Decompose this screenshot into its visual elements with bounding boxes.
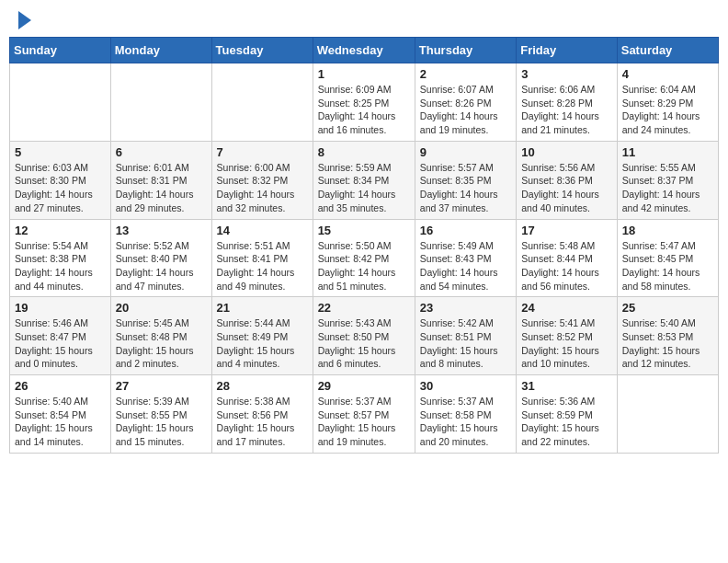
calendar-cell: [10, 63, 111, 142]
day-info: Sunrise: 5:38 AM Sunset: 8:56 PM Dayligh…: [217, 395, 308, 449]
calendar-day-header: Saturday: [617, 38, 718, 63]
day-info: Sunrise: 5:43 AM Sunset: 8:50 PM Dayligh…: [318, 316, 410, 371]
calendar-cell: 16Sunrise: 5:49 AM Sunset: 8:43 PM Dayli…: [415, 219, 516, 297]
calendar-cell: 9Sunrise: 5:57 AM Sunset: 8:35 PM Daylig…: [415, 141, 516, 219]
day-info: Sunrise: 5:37 AM Sunset: 8:58 PM Dayligh…: [420, 395, 511, 449]
day-info: Sunrise: 6:09 AM Sunset: 8:25 PM Dayligh…: [318, 83, 410, 137]
calendar-cell: 6Sunrise: 6:01 AM Sunset: 8:31 PM Daylig…: [110, 141, 211, 219]
calendar-cell: 8Sunrise: 5:59 AM Sunset: 8:34 PM Daylig…: [313, 141, 415, 219]
day-info: Sunrise: 5:49 AM Sunset: 8:43 PM Dayligh…: [420, 239, 511, 293]
calendar-week-row: 1Sunrise: 6:09 AM Sunset: 8:25 PM Daylig…: [10, 63, 719, 142]
day-number: 27: [116, 379, 207, 393]
calendar-table: SundayMondayTuesdayWednesdayThursdayFrid…: [9, 37, 719, 454]
calendar-cell: 25Sunrise: 5:40 AM Sunset: 8:53 PM Dayli…: [617, 297, 718, 375]
calendar-day-header: Monday: [110, 38, 211, 63]
calendar-cell: 2Sunrise: 6:07 AM Sunset: 8:26 PM Daylig…: [415, 63, 516, 142]
calendar-cell: [617, 375, 718, 454]
day-number: 31: [521, 379, 612, 393]
calendar-cell: 30Sunrise: 5:37 AM Sunset: 8:58 PM Dayli…: [415, 375, 516, 454]
day-number: 13: [116, 224, 207, 237]
day-number: 15: [318, 224, 410, 237]
day-number: 12: [15, 224, 106, 237]
calendar-cell: 12Sunrise: 5:54 AM Sunset: 8:38 PM Dayli…: [10, 219, 111, 297]
calendar-day-header: Thursday: [415, 38, 516, 63]
calendar-cell: 18Sunrise: 5:47 AM Sunset: 8:45 PM Dayli…: [617, 219, 718, 297]
day-info: Sunrise: 5:51 AM Sunset: 8:41 PM Dayligh…: [217, 239, 308, 293]
day-info: Sunrise: 5:56 AM Sunset: 8:36 PM Dayligh…: [521, 161, 612, 215]
day-info: Sunrise: 5:39 AM Sunset: 8:55 PM Dayligh…: [116, 395, 207, 449]
day-number: 26: [15, 379, 106, 393]
day-info: Sunrise: 5:41 AM Sunset: 8:52 PM Dayligh…: [521, 316, 612, 371]
calendar-day-header: Tuesday: [211, 38, 313, 63]
day-info: Sunrise: 5:55 AM Sunset: 8:37 PM Dayligh…: [622, 161, 713, 215]
day-number: 3: [521, 67, 612, 81]
day-number: 8: [318, 145, 410, 159]
logo: [17, 13, 31, 26]
day-info: Sunrise: 5:48 AM Sunset: 8:44 PM Dayligh…: [521, 239, 612, 293]
logo-arrow-icon: [18, 11, 31, 29]
day-info: Sunrise: 5:45 AM Sunset: 8:48 PM Dayligh…: [116, 316, 207, 371]
day-info: Sunrise: 5:47 AM Sunset: 8:45 PM Dayligh…: [622, 239, 713, 293]
calendar-cell: 13Sunrise: 5:52 AM Sunset: 8:40 PM Dayli…: [110, 219, 211, 297]
calendar-cell: 27Sunrise: 5:39 AM Sunset: 8:55 PM Dayli…: [110, 375, 211, 454]
day-number: 19: [15, 301, 106, 315]
calendar-cell: 23Sunrise: 5:42 AM Sunset: 8:51 PM Dayli…: [415, 297, 516, 375]
day-number: 29: [318, 379, 410, 393]
day-number: 28: [217, 379, 308, 393]
day-info: Sunrise: 5:36 AM Sunset: 8:59 PM Dayligh…: [521, 395, 612, 449]
day-number: 14: [217, 224, 308, 237]
calendar-cell: 28Sunrise: 5:38 AM Sunset: 8:56 PM Dayli…: [211, 375, 313, 454]
day-number: 20: [116, 301, 207, 315]
day-info: Sunrise: 5:59 AM Sunset: 8:34 PM Dayligh…: [318, 161, 410, 215]
day-info: Sunrise: 6:04 AM Sunset: 8:29 PM Dayligh…: [622, 83, 713, 137]
calendar-cell: 31Sunrise: 5:36 AM Sunset: 8:59 PM Dayli…: [517, 375, 618, 454]
day-number: 24: [521, 301, 612, 315]
calendar-cell: 15Sunrise: 5:50 AM Sunset: 8:42 PM Dayli…: [313, 219, 415, 297]
day-number: 2: [420, 67, 511, 81]
day-info: Sunrise: 5:42 AM Sunset: 8:51 PM Dayligh…: [420, 316, 511, 371]
day-number: 22: [318, 301, 410, 315]
calendar-cell: [211, 63, 313, 142]
calendar-week-row: 12Sunrise: 5:54 AM Sunset: 8:38 PM Dayli…: [10, 219, 719, 297]
day-info: Sunrise: 5:40 AM Sunset: 8:53 PM Dayligh…: [622, 316, 713, 371]
calendar-week-row: 26Sunrise: 5:40 AM Sunset: 8:54 PM Dayli…: [10, 375, 719, 454]
calendar-cell: 14Sunrise: 5:51 AM Sunset: 8:41 PM Dayli…: [211, 219, 313, 297]
calendar-cell: 11Sunrise: 5:55 AM Sunset: 8:37 PM Dayli…: [617, 141, 718, 219]
day-number: 7: [217, 145, 308, 159]
calendar-cell: 5Sunrise: 6:03 AM Sunset: 8:30 PM Daylig…: [10, 141, 111, 219]
day-number: 23: [420, 301, 511, 315]
day-number: 5: [15, 145, 106, 159]
calendar-cell: 1Sunrise: 6:09 AM Sunset: 8:25 PM Daylig…: [313, 63, 415, 142]
day-info: Sunrise: 5:44 AM Sunset: 8:49 PM Dayligh…: [217, 316, 308, 371]
day-info: Sunrise: 5:46 AM Sunset: 8:47 PM Dayligh…: [15, 316, 106, 371]
page-header: [9, 9, 719, 29]
day-number: 4: [622, 67, 713, 81]
calendar-cell: 10Sunrise: 5:56 AM Sunset: 8:36 PM Dayli…: [517, 141, 618, 219]
calendar-cell: 7Sunrise: 6:00 AM Sunset: 8:32 PM Daylig…: [211, 141, 313, 219]
day-number: 9: [420, 145, 511, 159]
calendar-cell: 20Sunrise: 5:45 AM Sunset: 8:48 PM Dayli…: [110, 297, 211, 375]
day-info: Sunrise: 5:50 AM Sunset: 8:42 PM Dayligh…: [318, 239, 410, 293]
calendar-cell: 21Sunrise: 5:44 AM Sunset: 8:49 PM Dayli…: [211, 297, 313, 375]
day-info: Sunrise: 6:07 AM Sunset: 8:26 PM Dayligh…: [420, 83, 511, 137]
day-number: 6: [116, 145, 207, 159]
calendar-cell: 17Sunrise: 5:48 AM Sunset: 8:44 PM Dayli…: [517, 219, 618, 297]
day-info: Sunrise: 5:57 AM Sunset: 8:35 PM Dayligh…: [420, 161, 511, 215]
day-number: 11: [622, 145, 713, 159]
calendar-week-row: 19Sunrise: 5:46 AM Sunset: 8:47 PM Dayli…: [10, 297, 719, 375]
calendar-cell: 4Sunrise: 6:04 AM Sunset: 8:29 PM Daylig…: [617, 63, 718, 142]
day-number: 1: [318, 67, 410, 81]
day-info: Sunrise: 6:03 AM Sunset: 8:30 PM Dayligh…: [15, 161, 106, 215]
calendar-cell: 26Sunrise: 5:40 AM Sunset: 8:54 PM Dayli…: [10, 375, 111, 454]
calendar-day-header: Sunday: [10, 38, 111, 63]
day-info: Sunrise: 5:54 AM Sunset: 8:38 PM Dayligh…: [15, 239, 106, 293]
calendar-cell: 19Sunrise: 5:46 AM Sunset: 8:47 PM Dayli…: [10, 297, 111, 375]
calendar-cell: 22Sunrise: 5:43 AM Sunset: 8:50 PM Dayli…: [313, 297, 415, 375]
day-info: Sunrise: 6:01 AM Sunset: 8:31 PM Dayligh…: [116, 161, 207, 215]
calendar-day-header: Friday: [517, 38, 618, 63]
day-number: 17: [521, 224, 612, 237]
day-number: 16: [420, 224, 511, 237]
calendar-day-header: Wednesday: [313, 38, 415, 63]
day-info: Sunrise: 6:06 AM Sunset: 8:28 PM Dayligh…: [521, 83, 612, 137]
day-number: 10: [521, 145, 612, 159]
